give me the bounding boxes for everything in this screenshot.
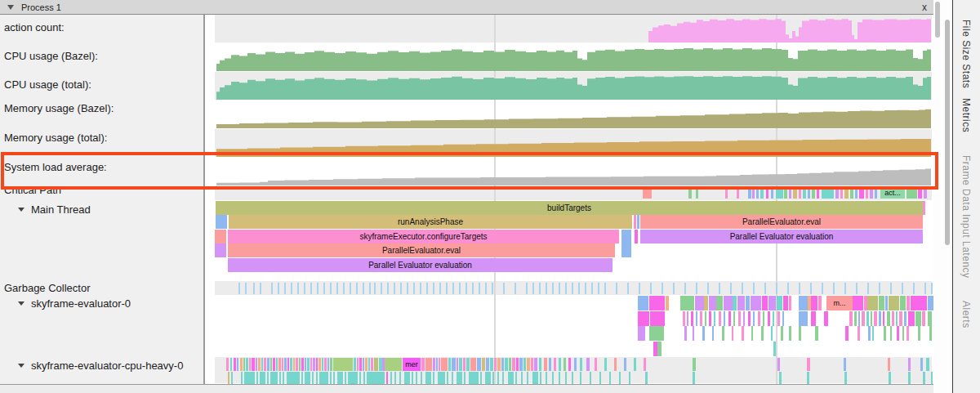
trace-span[interactable] (559, 358, 561, 371)
metric-chart-cpu_bazel[interactable] (215, 43, 932, 72)
trace-span[interactable] (899, 311, 902, 326)
trace-span[interactable] (333, 358, 353, 371)
gc-event-tick[interactable] (420, 283, 421, 294)
trace-span[interactable] (282, 358, 283, 371)
trace-span[interactable] (874, 311, 877, 326)
trace-span[interactable] (725, 188, 728, 199)
trace-span[interactable] (807, 358, 810, 371)
trace-span[interactable] (256, 372, 258, 385)
trace-span[interactable] (645, 372, 648, 385)
gc-event-tick[interactable] (627, 283, 629, 294)
gc-event-tick[interactable] (446, 283, 448, 294)
trace-span[interactable] (904, 311, 906, 326)
gc-event-tick[interactable] (323, 283, 325, 294)
trace-span[interactable] (908, 372, 911, 385)
gc-event-tick[interactable] (833, 283, 835, 294)
trace-span[interactable] (604, 358, 607, 371)
trace-span[interactable] (738, 311, 741, 326)
gc-event-tick[interactable] (343, 283, 345, 294)
trace-span[interactable] (568, 358, 571, 371)
trace-span[interactable] (883, 311, 884, 326)
trace-span[interactable] (482, 358, 485, 371)
gc-event-tick[interactable] (662, 283, 663, 294)
trace-span[interactable] (532, 372, 538, 385)
gc-event-tick[interactable] (278, 283, 279, 294)
trace-span[interactable] (771, 188, 773, 199)
trace-span[interactable] (477, 358, 481, 371)
trace-span[interactable] (621, 243, 631, 257)
trace-span[interactable] (231, 372, 233, 385)
trace-span[interactable] (811, 311, 816, 326)
trace-span[interactable] (748, 311, 751, 326)
gc-event-tick[interactable] (924, 283, 926, 294)
trace-span-skyframeExecutorconfigureTargets[interactable]: skyframeExecutor.configureTargets (228, 230, 619, 243)
trace-span-mer[interactable]: mer (403, 358, 421, 371)
trace-span[interactable] (691, 311, 693, 326)
gc-event-tick[interactable] (707, 283, 709, 294)
trace-span[interactable] (875, 188, 877, 199)
gc-event-tick[interactable] (260, 283, 261, 294)
trace-span[interactable] (688, 188, 692, 199)
gc-event-tick[interactable] (844, 283, 846, 294)
trace-span[interactable] (680, 296, 694, 310)
gc-event-tick[interactable] (856, 283, 858, 294)
gc-event-tick[interactable] (291, 283, 292, 294)
trace-span[interactable] (777, 311, 780, 326)
trace-span[interactable] (702, 326, 705, 341)
gc-event-tick[interactable] (532, 283, 534, 294)
gc-event-tick[interactable] (271, 283, 273, 294)
gc-event-tick[interactable] (381, 283, 382, 294)
trace-span[interactable] (705, 311, 706, 326)
trace-span[interactable] (464, 372, 466, 385)
gc-event-tick[interactable] (356, 283, 358, 294)
gc-event-tick[interactable] (459, 283, 461, 294)
trace-span[interactable] (614, 358, 617, 371)
trace-span[interactable] (911, 296, 927, 310)
trace-span[interactable] (270, 358, 272, 371)
trace-span[interactable] (436, 358, 438, 371)
trace-span[interactable] (580, 358, 582, 371)
metric-chart-sys_load[interactable] (215, 158, 932, 186)
trace-span[interactable] (267, 372, 269, 385)
trace-span[interactable] (666, 296, 669, 310)
trace-span[interactable] (502, 372, 504, 385)
trace-span[interactable] (359, 358, 362, 371)
trace-span[interactable] (261, 358, 263, 371)
trace-span[interactable] (758, 311, 760, 326)
trace-span[interactable] (267, 358, 270, 371)
trace-span[interactable] (733, 311, 735, 326)
trace-span[interactable] (634, 358, 636, 371)
trace-span[interactable] (540, 372, 541, 385)
trace-span[interactable] (296, 358, 298, 371)
gc-event-tick[interactable] (902, 283, 903, 294)
trace-span[interactable] (246, 358, 248, 371)
gc-event-tick[interactable] (433, 283, 434, 294)
trace-span[interactable] (318, 358, 321, 371)
gc-event-tick[interactable] (673, 283, 675, 294)
trace-span[interactable] (808, 188, 810, 199)
trace-span[interactable] (470, 358, 476, 371)
trace-span[interactable] (784, 188, 787, 199)
trace-span[interactable] (512, 358, 515, 371)
trace-span[interactable] (497, 358, 501, 371)
gc-event-tick[interactable] (598, 283, 599, 294)
trace-span[interactable] (316, 372, 318, 385)
trace-span[interactable] (283, 372, 284, 385)
trace-span[interactable] (811, 296, 817, 310)
metric-chart-mem_total[interactable] (215, 129, 932, 158)
trace-span[interactable] (868, 326, 871, 341)
trace-span[interactable] (345, 372, 346, 385)
trace-span[interactable] (367, 372, 385, 385)
expand-arrow-icon[interactable] (18, 208, 24, 212)
trace-span[interactable] (264, 358, 266, 371)
trace-span[interactable] (333, 372, 335, 385)
trace-span[interactable] (276, 358, 278, 371)
sidebar-tab-input-latency[interactable]: Input Latency (960, 214, 972, 279)
trace-span[interactable] (926, 358, 929, 371)
trace-span-ParallelEvaluatoreval[interactable]: ParallelEvaluator.eval (640, 215, 923, 229)
trace-span[interactable] (906, 296, 910, 310)
gc-event-tick[interactable] (616, 283, 617, 294)
trace-span[interactable] (761, 326, 764, 341)
trace-span[interactable] (649, 296, 665, 310)
gc-event-tick[interactable] (363, 283, 364, 294)
